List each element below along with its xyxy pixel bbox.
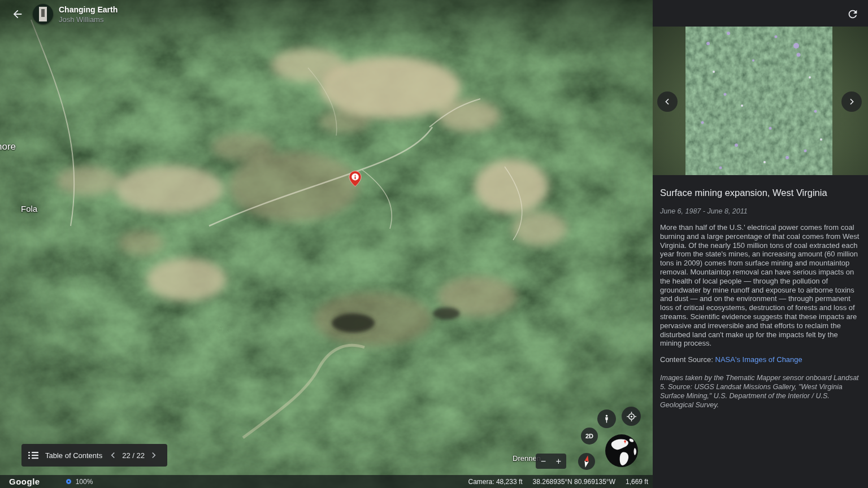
tour-author: Josh Williams xyxy=(59,15,118,24)
pegman-street-view-button[interactable] xyxy=(597,409,616,428)
stream-progress-icon xyxy=(66,479,71,484)
back-arrow-icon xyxy=(11,8,24,20)
slide-title: Surface mining expansion, West Virginia xyxy=(660,188,861,198)
refresh-button[interactable] xyxy=(844,6,861,23)
previous-slide-button[interactable] xyxy=(106,448,120,462)
chevron-right-icon xyxy=(847,97,856,106)
content-source-link[interactable]: NASA's Images of Change xyxy=(715,355,802,364)
stream-progress-value: 100% xyxy=(76,478,93,486)
slide-content: Surface mining expansion, West Virginia … xyxy=(653,188,868,409)
back-button[interactable] xyxy=(8,5,27,24)
carousel-next-button[interactable] xyxy=(841,91,862,112)
pegman-icon xyxy=(602,414,611,424)
slide-date-range: June 6, 1987 - June 8, 2011 xyxy=(660,207,861,215)
zoom-out-button[interactable]: − xyxy=(536,454,551,469)
terrain-elevation: 1,669 ft xyxy=(626,478,648,486)
content-source-line: Content Source: NASA's Images of Change xyxy=(660,355,861,364)
toc-label[interactable]: Table of Contents xyxy=(45,451,102,460)
globe-view-button[interactable] xyxy=(605,434,639,468)
camera-altitude: Camera: 48,233 ft xyxy=(468,478,523,486)
place-label-nore: nore xyxy=(0,141,16,152)
zoom-in-button[interactable]: + xyxy=(551,454,566,469)
camera-coordinates: 38.268935°N 80.969135°W xyxy=(533,478,615,486)
carousel-previous-button[interactable] xyxy=(657,91,678,112)
table-of-contents-bar: Table of Contents 22 / 22 xyxy=(21,444,167,467)
map-viewport[interactable]: nore Fola Drennen Changing Earth Josh Wi… xyxy=(0,0,653,488)
panel-toolbar xyxy=(653,0,868,27)
satellite-terrain xyxy=(0,0,653,488)
tour-header: Changing Earth Josh Williams xyxy=(8,4,118,24)
list-icon xyxy=(28,451,38,459)
landsat-thumbnail xyxy=(685,27,832,175)
next-slide-button[interactable] xyxy=(147,448,160,462)
google-logo: Google xyxy=(9,477,40,486)
compass-button[interactable] xyxy=(578,453,595,470)
image-carousel xyxy=(653,27,868,175)
avatar-photo-figure xyxy=(41,9,45,17)
image-credits: Images taken by the Thematic Mapper sens… xyxy=(660,373,861,409)
2d-view-button[interactable]: 2D xyxy=(581,428,598,445)
google-earth-app: nore Fola Drennen Changing Earth Josh Wi… xyxy=(0,0,868,488)
compass-needle-icon xyxy=(578,453,595,470)
info-panel: Surface mining expansion, West Virginia … xyxy=(653,0,868,488)
tour-title: Changing Earth xyxy=(59,5,118,14)
chevron-right-icon xyxy=(149,450,159,460)
avatar[interactable] xyxy=(33,4,53,24)
map-status-bar: Google 100% Camera: 48,233 ft 38.268935°… xyxy=(0,475,653,488)
zoom-control: − + xyxy=(536,454,566,469)
slide-description: More than half of the U.S.' electrical p… xyxy=(660,223,861,348)
refresh-icon xyxy=(847,8,859,20)
map-pin-marker[interactable] xyxy=(349,171,362,187)
my-location-button[interactable] xyxy=(622,407,641,426)
globe-icon xyxy=(605,434,639,468)
camera-status: Camera: 48,233 ft 38.268935°N 80.969135°… xyxy=(458,478,648,486)
chevron-left-icon xyxy=(108,450,118,460)
content-source-label: Content Source: xyxy=(660,355,715,364)
place-label-fola: Fola xyxy=(21,204,37,213)
slide-page-indicator: 22 / 22 xyxy=(122,451,145,460)
chevron-left-icon xyxy=(663,97,672,106)
my-location-icon xyxy=(626,411,637,422)
